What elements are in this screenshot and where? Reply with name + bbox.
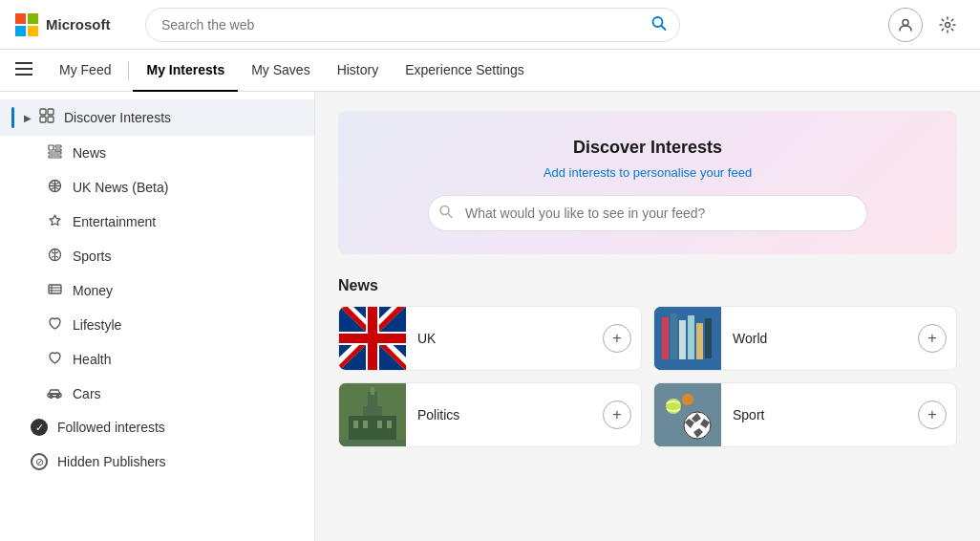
- svg-rect-29: [662, 317, 669, 359]
- user-button[interactable]: [888, 8, 923, 42]
- svg-rect-40: [353, 421, 358, 428]
- sport-card: Sport +: [653, 382, 957, 447]
- sidebar-item-health[interactable]: Health: [0, 342, 314, 377]
- money-icon: [46, 282, 63, 299]
- hamburger-button[interactable]: [15, 54, 42, 86]
- slash-circle-icon: ⊘: [31, 453, 48, 470]
- svg-rect-43: [387, 421, 392, 428]
- uk-news-icon: [46, 179, 63, 196]
- sidebar-item-hidden[interactable]: ⊘ Hidden Publishers: [0, 444, 314, 479]
- search-bar: [145, 8, 680, 42]
- discover-icon: [39, 108, 54, 127]
- svg-rect-7: [40, 109, 46, 115]
- svg-point-52: [682, 394, 693, 405]
- sports-icon: [46, 248, 63, 265]
- header-actions: [888, 8, 965, 42]
- lifestyle-label: Lifestyle: [73, 317, 121, 333]
- world-card: World +: [653, 306, 957, 371]
- main-layout: ▶ Discover Interests: [0, 92, 980, 541]
- uk-card-label: UK: [406, 331, 603, 346]
- svg-rect-33: [696, 323, 703, 359]
- sport-add-button[interactable]: +: [918, 400, 947, 429]
- svg-rect-39: [371, 387, 374, 395]
- sidebar-item-money[interactable]: Money: [0, 273, 314, 308]
- followed-label: Followed interests: [57, 420, 165, 435]
- sport-card-image: [654, 382, 721, 447]
- sidebar-item-lifestyle[interactable]: Lifestyle: [0, 308, 314, 342]
- logo-area: Microsoft: [15, 13, 130, 36]
- svg-point-3: [946, 22, 950, 27]
- world-card-image: [654, 306, 721, 371]
- politics-card-image: [339, 382, 406, 447]
- news-icon: [46, 144, 63, 162]
- svg-rect-15: [49, 156, 61, 158]
- logo-yellow: [28, 26, 38, 36]
- svg-rect-32: [688, 315, 694, 359]
- world-add-button[interactable]: +: [918, 324, 947, 353]
- svg-rect-18: [49, 285, 61, 293]
- discover-subtitle: Add interests to personalise your feed: [361, 165, 934, 180]
- sidebar-item-news[interactable]: News: [0, 136, 314, 170]
- nav-experience-settings[interactable]: Experience Settings: [392, 50, 538, 92]
- svg-rect-9: [40, 117, 46, 122]
- svg-rect-14: [49, 152, 61, 154]
- nav-my-feed[interactable]: My Feed: [46, 50, 124, 92]
- sidebar-item-entertainment[interactable]: Entertainment: [0, 205, 314, 239]
- check-circle-icon: ✓: [31, 419, 48, 436]
- chevron-right-icon: ▶: [24, 113, 32, 123]
- news-label: News: [73, 145, 106, 161]
- discover-card: Discover Interests Add interests to pers…: [338, 111, 957, 254]
- nav-divider: [128, 61, 129, 80]
- svg-rect-42: [377, 421, 382, 428]
- content-area: Discover Interests Add interests to pers…: [315, 92, 980, 541]
- svg-rect-30: [671, 314, 677, 359]
- logo-text: Microsoft: [46, 16, 111, 32]
- sidebar-item-cars[interactable]: Cars: [0, 377, 314, 410]
- nav-my-saves[interactable]: My Saves: [238, 50, 323, 92]
- politics-add-button[interactable]: +: [603, 400, 631, 429]
- uk-add-button[interactable]: +: [603, 324, 631, 353]
- entertainment-icon: [46, 213, 63, 230]
- uk-news-label: UK News (Beta): [73, 180, 168, 195]
- lifestyle-icon: [46, 316, 63, 334]
- discover-search: [428, 195, 867, 231]
- svg-rect-37: [363, 406, 382, 416]
- sports-label: Sports: [73, 249, 111, 264]
- svg-line-1: [662, 26, 666, 30]
- svg-rect-34: [705, 318, 712, 358]
- nav-history[interactable]: History: [324, 50, 393, 92]
- sidebar-section-header[interactable]: ▶ Discover Interests: [0, 99, 314, 136]
- svg-rect-10: [48, 117, 53, 122]
- svg-rect-8: [48, 109, 53, 115]
- logo-red: [15, 13, 26, 24]
- discover-search-input[interactable]: [428, 195, 867, 231]
- svg-rect-12: [55, 145, 61, 147]
- uk-card: UK +: [338, 306, 642, 371]
- uk-card-image: [339, 306, 406, 371]
- svg-rect-11: [49, 145, 53, 150]
- world-card-label: World: [721, 331, 918, 346]
- discover-search-icon: [439, 206, 453, 222]
- blue-accent: [11, 107, 14, 128]
- svg-line-26: [448, 214, 452, 218]
- health-label: Health: [73, 352, 111, 367]
- sidebar: ▶ Discover Interests: [0, 92, 315, 541]
- sidebar-item-followed[interactable]: ✓ Followed interests: [0, 410, 314, 444]
- header: Microsoft: [0, 0, 980, 50]
- svg-rect-41: [363, 421, 368, 428]
- search-input[interactable]: [145, 8, 680, 42]
- sidebar-item-sports[interactable]: Sports: [0, 239, 314, 273]
- sport-card-label: Sport: [721, 407, 918, 422]
- cards-grid: UK +: [338, 306, 957, 447]
- cars-icon: [46, 385, 63, 401]
- money-label: Money: [73, 283, 113, 298]
- sidebar-section-label: Discover Interests: [64, 110, 171, 125]
- uk-flag: [339, 306, 406, 371]
- search-button[interactable]: [642, 10, 676, 39]
- nav-my-interests[interactable]: My Interests: [133, 50, 238, 92]
- hidden-label: Hidden Publishers: [57, 454, 166, 469]
- discover-title: Discover Interests: [361, 138, 934, 158]
- sidebar-item-uk-news[interactable]: UK News (Beta): [0, 170, 314, 205]
- settings-button[interactable]: [930, 8, 965, 42]
- svg-rect-31: [679, 320, 686, 359]
